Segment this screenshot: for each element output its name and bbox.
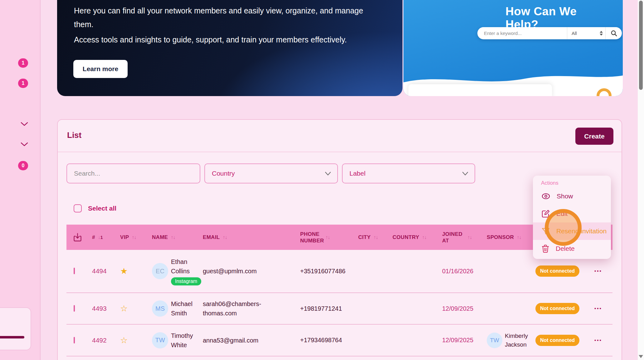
learn-more-button[interactable]: Learn more [73, 60, 128, 78]
row-more-icon[interactable]: ••• [594, 268, 602, 274]
table-row[interactable]: 4494 ★ EC Ethan Collins Instagram guest@… [66, 250, 612, 293]
sort-icon[interactable]: ↑↓ [132, 235, 136, 240]
sponsor-name: Kimberly Jackson [505, 332, 534, 349]
avatar: MS [152, 300, 168, 317]
export-icon[interactable] [74, 233, 81, 241]
member-name: Ethan Collins [171, 257, 201, 276]
create-button[interactable]: Create [575, 128, 613, 145]
member-cell[interactable]: MS Michael Smith [145, 299, 201, 318]
sponsor-avatar: TW [487, 333, 502, 348]
member-phone: +351916077486 [295, 268, 356, 275]
help-search-placeholder[interactable]: Enter a keyword... [477, 31, 567, 36]
column-header-id[interactable]: # ↓1 [89, 234, 117, 241]
avatar: TW [152, 332, 168, 348]
divider [58, 152, 622, 152]
member-id[interactable]: 4494 [89, 267, 117, 275]
country-filter-select[interactable]: Country [204, 163, 338, 183]
banner-line2: Access tools and insights to guide, supp… [74, 33, 383, 46]
label-filter-select[interactable]: Label [342, 163, 475, 183]
trash-icon [542, 245, 549, 253]
column-header-city[interactable]: CITY ↑↓ [356, 234, 387, 241]
sort-icon[interactable]: ↑↓ [422, 235, 427, 240]
chevron-down-icon[interactable] [20, 121, 29, 127]
row-checkbox[interactable] [74, 305, 75, 312]
eye-icon [542, 193, 550, 199]
table-row[interactable]: 4493 ☆ MS Michael Smith sarah06@chambers… [66, 293, 612, 324]
row-more-icon[interactable]: ••• [594, 306, 602, 311]
select-all-label: Select all [88, 205, 116, 212]
help-search-bar[interactable]: Enter a keyword... All [477, 27, 622, 39]
sort-icon[interactable]: ↑↓ [325, 235, 330, 240]
member-phone: +19819771241 [295, 305, 356, 312]
joined-at: 01/16/2026 [437, 268, 484, 275]
member-id[interactable]: 4493 [89, 305, 117, 312]
column-header-country[interactable]: COUNTRY ↑↓ [387, 234, 437, 241]
banner-line1: Here you can find all your network membe… [74, 4, 383, 31]
vip-star-outline-icon[interactable]: ☆ [120, 336, 128, 345]
actions-menu-title: Actions [533, 180, 611, 186]
promo-banner-text: Here you can find all your network membe… [74, 4, 383, 46]
export-column-header[interactable] [66, 233, 89, 241]
help-center-panel: How Can We Help? Enter a keyword... All [403, 0, 623, 96]
page-scrollbar[interactable] [638, 0, 644, 360]
joined-at: 12/09/2025 [437, 337, 484, 344]
vip-star-outline-icon[interactable]: ☆ [120, 304, 128, 313]
column-header-phone[interactable]: PHONE NUMBER ↑↓ [295, 231, 356, 244]
status-badge: Not connected [535, 303, 579, 314]
search-filter[interactable] [66, 163, 200, 183]
menu-item-show[interactable]: Show [533, 187, 611, 205]
column-header-name[interactable]: NAME ↑↓ [145, 234, 201, 241]
member-name: Timothy White [171, 331, 201, 350]
sort-icon[interactable]: ↑↓ [373, 235, 378, 240]
row-checkbox[interactable] [74, 268, 75, 274]
chevron-down-icon[interactable] [20, 142, 29, 147]
help-article-card[interactable] [408, 84, 552, 96]
notification-badge[interactable]: 0 [18, 161, 28, 170]
select-all-row: Select all [74, 204, 116, 212]
label-filter-label: Label [343, 170, 462, 177]
avatar: EC [152, 263, 168, 279]
progress-bar [0, 336, 24, 338]
sidebar-widget-card[interactable] [0, 307, 31, 350]
member-id[interactable]: 4492 [89, 337, 117, 344]
column-header-joined-at[interactable]: JOINED AT ↑↓ [437, 231, 484, 244]
row-more-icon[interactable]: ••• [594, 338, 602, 343]
sort-icon[interactable]: ↑↓ [222, 235, 227, 240]
sort-icon[interactable]: ↑↓ [517, 235, 521, 240]
channel-badge: Instagram [171, 277, 201, 285]
highlight-circle-annotation [545, 209, 582, 246]
row-checkbox[interactable] [74, 337, 75, 343]
scrollbar-thumb[interactable] [639, 1, 643, 90]
member-email: anna53@gmail.com [201, 336, 264, 345]
member-name: Michael Smith [171, 299, 201, 318]
member-email: guest@upmlm.com [201, 266, 264, 276]
chevron-down-icon [325, 172, 331, 176]
member-phone: +17934698764 [295, 337, 356, 344]
table-row[interactable]: 4492 ☆ TW Timothy White anna53@gmail.com… [66, 324, 612, 356]
search-input[interactable] [67, 170, 200, 177]
column-header-email[interactable]: EMAIL ↑↓ [201, 234, 295, 241]
member-cell[interactable]: EC Ethan Collins Instagram [145, 257, 201, 285]
page-title: List [67, 130, 81, 140]
notification-badge[interactable]: 1 [18, 58, 28, 68]
column-header-sponsor[interactable]: SPONSOR ↑↓ [484, 234, 534, 241]
country-filter-label: Country [205, 170, 325, 177]
scrollbar-down-arrow-icon[interactable] [639, 355, 643, 358]
sort-icon[interactable]: ↑↓ [171, 235, 175, 240]
sort-icon[interactable]: ↓1 [98, 235, 103, 240]
search-icon[interactable] [606, 30, 622, 36]
help-category-select[interactable]: All [567, 31, 597, 36]
vip-star-filled-icon[interactable]: ★ [120, 266, 128, 276]
sponsor-cell[interactable]: TW Kimberly Jackson [484, 332, 534, 349]
sort-icon[interactable]: ↑↓ [467, 235, 472, 240]
member-cell[interactable]: TW Timothy White [145, 331, 201, 350]
notification-badge[interactable]: 1 [18, 79, 28, 88]
member-email: sarah06@chambers-thomas.com [201, 299, 264, 318]
row-divider [66, 356, 612, 356]
sidebar: 1 1 0 [0, 0, 41, 360]
select-all-checkbox[interactable] [74, 204, 82, 212]
status-badge: Not connected [535, 265, 579, 277]
select-stepper-icon[interactable] [597, 31, 605, 36]
status-badge: Not connected [535, 335, 579, 346]
column-header-vip[interactable]: VIP ↑↓ [117, 234, 145, 241]
